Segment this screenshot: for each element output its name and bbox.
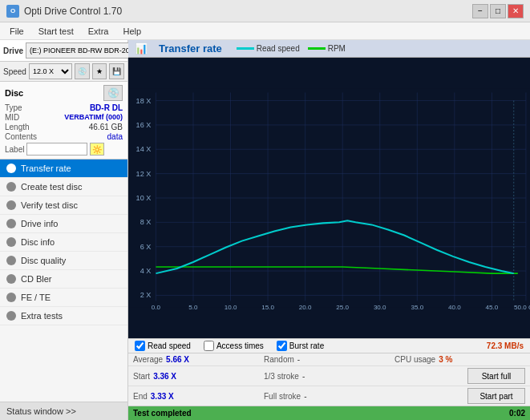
access-times-checkbox[interactable] xyxy=(204,341,214,351)
legend-color-rpm xyxy=(308,47,326,50)
chart-icon: 📊 xyxy=(135,42,148,55)
svg-text:30.0: 30.0 xyxy=(374,304,386,311)
minimize-button[interactable]: − xyxy=(472,4,488,18)
titlebar: O Opti Drive Control 1.70 − □ ✕ xyxy=(0,0,530,22)
checkbox-row: Read speed Access times Burst rate 72.3 … xyxy=(128,338,530,353)
read-speed-label: Read speed xyxy=(148,341,191,350)
end-label: End xyxy=(133,392,148,401)
menu-extra[interactable]: Extra xyxy=(82,25,115,38)
svg-text:35.0: 35.0 xyxy=(411,304,423,311)
sidebar-item-cd-bler[interactable]: CD Bler xyxy=(0,270,127,289)
nav-dot xyxy=(6,237,16,247)
svg-text:10 X: 10 X xyxy=(136,194,152,202)
svg-text:4 X: 4 X xyxy=(140,267,152,275)
svg-text:6 X: 6 X xyxy=(140,243,152,251)
chart-container: 18 X 16 X 14 X 12 X 10 X 8 X 6 X 4 X 2 X xyxy=(128,58,530,338)
average-val: 5.66 X xyxy=(166,355,189,364)
nav-dot xyxy=(6,219,16,228)
disc-title: Disc xyxy=(5,88,23,98)
svg-text:25.0: 25.0 xyxy=(336,304,349,311)
read-speed-checkbox-label[interactable]: Read speed xyxy=(135,341,191,351)
access-times-checkbox-label[interactable]: Access times xyxy=(204,341,264,351)
svg-text:15.0: 15.0 xyxy=(261,304,274,311)
menu-help[interactable]: Help xyxy=(116,25,148,38)
disc-icon-btn[interactable]: 💿 xyxy=(75,63,90,79)
menu-file[interactable]: File xyxy=(3,25,30,38)
chart-svg: 18 X 16 X 14 X 12 X 10 X 8 X 6 X 4 X 2 X xyxy=(128,58,530,338)
nav-dot xyxy=(6,256,16,265)
random-val: - xyxy=(297,355,300,364)
end-stat: End 3.33 X xyxy=(133,388,264,404)
titlebar-left: O Opti Drive Control 1.70 xyxy=(6,5,122,18)
read-speed-checkbox[interactable] xyxy=(135,341,145,351)
sidebar-item-drive-info[interactable]: Drive info xyxy=(0,215,127,233)
nav-label-cd-bler: CD Bler xyxy=(21,274,52,284)
disc-length-row: Length 46.61 GB xyxy=(5,123,123,131)
start-label: Start xyxy=(133,372,150,381)
chart-header: 📊 Transfer rate Read speed RPM xyxy=(128,40,530,58)
disc-label-icon-btn[interactable]: 🔆 xyxy=(90,143,104,155)
burst-rate-checkbox[interactable] xyxy=(277,341,287,351)
maximize-button[interactable]: □ xyxy=(490,4,506,18)
save-icon-btn[interactable]: 💾 xyxy=(109,63,124,79)
disc-label-text: Label xyxy=(5,145,24,154)
svg-text:18 X: 18 X xyxy=(136,97,152,105)
disc-contents-row: Contents data xyxy=(5,132,123,141)
star-icon-btn[interactable]: ★ xyxy=(92,63,107,79)
status-window-button[interactable]: Status window >> xyxy=(0,402,127,420)
sidebar-item-create-test-disc[interactable]: Create test disc xyxy=(0,178,127,196)
sidebar-item-transfer-rate[interactable]: Transfer rate xyxy=(0,160,127,178)
disc-action-icon[interactable]: 💿 xyxy=(103,85,123,101)
disc-label-input[interactable] xyxy=(26,143,87,155)
legend-label-rpm: RPM xyxy=(328,44,346,53)
stroke2-stat: Full stroke - xyxy=(264,388,394,404)
drive-row: Drive (E:) PIONEER BD-RW BDR-209M 1.52 ⏏ xyxy=(0,40,127,62)
disc-header: Disc 💿 xyxy=(5,85,123,101)
stroke1-stat: 1/3 stroke - xyxy=(264,368,394,384)
nav-dot xyxy=(6,311,16,321)
start-full-button[interactable]: Start full xyxy=(467,368,525,384)
start-val: 3.36 X xyxy=(153,372,176,381)
nav-label-extra-tests: Extra tests xyxy=(21,311,63,321)
close-button[interactable]: ✕ xyxy=(508,4,524,18)
speed-dropdown[interactable]: 1.0 X2.0 X4.0 X6.0 X8.0 X10.0 X12.0 X16.… xyxy=(29,63,72,79)
start-full-col: Start full xyxy=(394,368,525,384)
sidebar-item-verify-test-disc[interactable]: Verify test disc xyxy=(0,196,127,215)
stats-row-2: Start 3.36 X 1/3 stroke - Start full xyxy=(128,365,530,386)
burst-rate-value: 72.3 MB/s xyxy=(487,341,524,350)
nav-dot xyxy=(6,164,16,173)
nav-label-fe-te: FE / TE xyxy=(21,293,51,302)
sidebar-item-fe-te[interactable]: FE / TE xyxy=(0,289,127,307)
nav-label-verify-test-disc: Verify test disc xyxy=(21,200,78,210)
svg-text:50.0 GB: 50.0 GB xyxy=(514,304,530,311)
disc-mid-label: MID xyxy=(5,113,19,122)
disc-contents-label: Contents xyxy=(5,132,37,141)
access-times-label: Access times xyxy=(216,341,264,350)
sidebar-item-disc-info[interactable]: Disc info xyxy=(0,233,127,252)
disc-type-val: BD-R DL xyxy=(90,103,123,112)
menu-start-test[interactable]: Start test xyxy=(32,25,80,38)
svg-text:10.0: 10.0 xyxy=(225,304,237,311)
speed-label: Speed xyxy=(3,67,26,76)
sidebar-item-disc-quality[interactable]: Disc quality xyxy=(0,252,127,270)
svg-text:5.0: 5.0 xyxy=(188,304,198,311)
disc-type-row: Type BD-R DL xyxy=(5,103,123,112)
disc-mid-val: VERBATIMf (000) xyxy=(64,113,123,122)
legend-label-read: Read speed xyxy=(257,44,300,53)
svg-text:16 X: 16 X xyxy=(136,121,152,129)
cpu-val: 3 % xyxy=(439,355,452,364)
average-label: Average xyxy=(133,355,163,364)
status-window-label: Status window >> xyxy=(6,406,76,416)
legend-read-speed: Read speed xyxy=(237,44,300,53)
disc-type-label: Type xyxy=(5,103,22,112)
sidebar: Drive (E:) PIONEER BD-RW BDR-209M 1.52 ⏏… xyxy=(0,40,128,420)
start-part-button[interactable]: Start part xyxy=(467,388,525,404)
app-icon: O xyxy=(6,5,19,18)
menubar: File Start test Extra Help xyxy=(0,22,530,40)
svg-text:20.0: 20.0 xyxy=(299,304,312,311)
drive-label: Drive xyxy=(3,46,23,55)
sidebar-item-extra-tests[interactable]: Extra tests xyxy=(0,307,127,325)
svg-text:8 X: 8 X xyxy=(140,218,152,226)
nav-label-disc-quality: Disc quality xyxy=(21,256,66,265)
burst-rate-checkbox-label[interactable]: Burst rate xyxy=(277,341,324,351)
